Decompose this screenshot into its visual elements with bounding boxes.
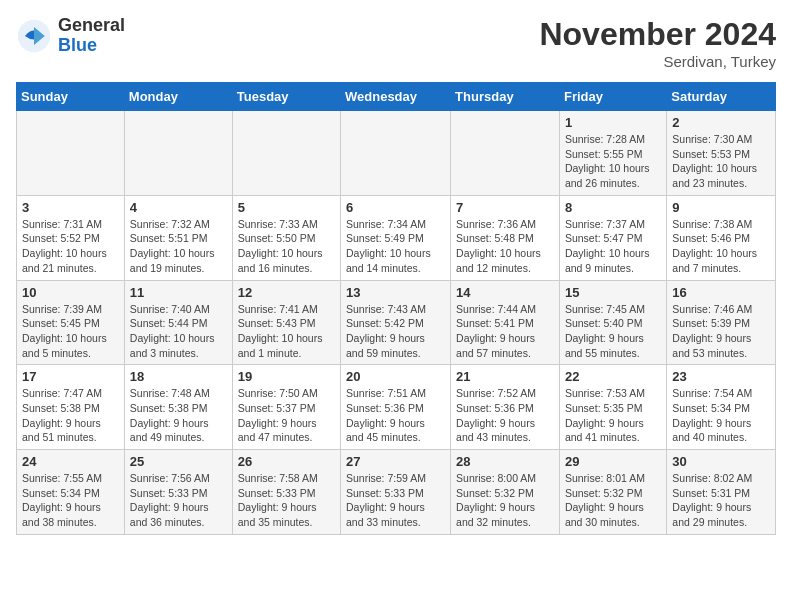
weekday-header-wednesday: Wednesday [341,83,451,111]
day-number: 14 [456,285,554,300]
calendar-cell: 4Sunrise: 7:32 AM Sunset: 5:51 PM Daylig… [124,195,232,280]
calendar-cell: 17Sunrise: 7:47 AM Sunset: 5:38 PM Dayli… [17,365,125,450]
logo-icon [16,18,52,54]
day-number: 23 [672,369,770,384]
day-info: Sunrise: 7:45 AM Sunset: 5:40 PM Dayligh… [565,302,661,361]
weekday-header-sunday: Sunday [17,83,125,111]
calendar-cell: 27Sunrise: 7:59 AM Sunset: 5:33 PM Dayli… [341,450,451,535]
weekday-header-thursday: Thursday [451,83,560,111]
day-info: Sunrise: 7:58 AM Sunset: 5:33 PM Dayligh… [238,471,335,530]
day-number: 11 [130,285,227,300]
calendar-cell: 26Sunrise: 7:58 AM Sunset: 5:33 PM Dayli… [232,450,340,535]
calendar-table: SundayMondayTuesdayWednesdayThursdayFrid… [16,82,776,535]
day-number: 24 [22,454,119,469]
title-block: November 2024 Serdivan, Turkey [539,16,776,70]
day-number: 22 [565,369,661,384]
calendar-week-row: 17Sunrise: 7:47 AM Sunset: 5:38 PM Dayli… [17,365,776,450]
calendar-cell: 30Sunrise: 8:02 AM Sunset: 5:31 PM Dayli… [667,450,776,535]
day-number: 17 [22,369,119,384]
day-info: Sunrise: 7:38 AM Sunset: 5:46 PM Dayligh… [672,217,770,276]
day-number: 18 [130,369,227,384]
calendar-cell: 16Sunrise: 7:46 AM Sunset: 5:39 PM Dayli… [667,280,776,365]
day-info: Sunrise: 7:40 AM Sunset: 5:44 PM Dayligh… [130,302,227,361]
weekday-header-monday: Monday [124,83,232,111]
calendar-cell: 20Sunrise: 7:51 AM Sunset: 5:36 PM Dayli… [341,365,451,450]
logo-text: General Blue [58,16,125,56]
calendar-cell: 3Sunrise: 7:31 AM Sunset: 5:52 PM Daylig… [17,195,125,280]
day-number: 1 [565,115,661,130]
calendar-cell: 14Sunrise: 7:44 AM Sunset: 5:41 PM Dayli… [451,280,560,365]
calendar-cell [451,111,560,196]
calendar-cell: 11Sunrise: 7:40 AM Sunset: 5:44 PM Dayli… [124,280,232,365]
calendar-cell: 5Sunrise: 7:33 AM Sunset: 5:50 PM Daylig… [232,195,340,280]
day-info: Sunrise: 7:31 AM Sunset: 5:52 PM Dayligh… [22,217,119,276]
day-info: Sunrise: 7:47 AM Sunset: 5:38 PM Dayligh… [22,386,119,445]
calendar-week-row: 10Sunrise: 7:39 AM Sunset: 5:45 PM Dayli… [17,280,776,365]
calendar-cell: 22Sunrise: 7:53 AM Sunset: 5:35 PM Dayli… [559,365,666,450]
day-info: Sunrise: 7:34 AM Sunset: 5:49 PM Dayligh… [346,217,445,276]
logo: General Blue [16,16,125,56]
day-info: Sunrise: 7:55 AM Sunset: 5:34 PM Dayligh… [22,471,119,530]
day-info: Sunrise: 7:56 AM Sunset: 5:33 PM Dayligh… [130,471,227,530]
day-number: 16 [672,285,770,300]
day-info: Sunrise: 7:28 AM Sunset: 5:55 PM Dayligh… [565,132,661,191]
calendar-week-row: 24Sunrise: 7:55 AM Sunset: 5:34 PM Dayli… [17,450,776,535]
day-info: Sunrise: 7:44 AM Sunset: 5:41 PM Dayligh… [456,302,554,361]
page-header: General Blue November 2024 Serdivan, Tur… [16,16,776,70]
day-number: 9 [672,200,770,215]
day-info: Sunrise: 7:39 AM Sunset: 5:45 PM Dayligh… [22,302,119,361]
day-number: 3 [22,200,119,215]
calendar-cell [17,111,125,196]
calendar-cell: 12Sunrise: 7:41 AM Sunset: 5:43 PM Dayli… [232,280,340,365]
day-info: Sunrise: 7:46 AM Sunset: 5:39 PM Dayligh… [672,302,770,361]
calendar-cell: 24Sunrise: 7:55 AM Sunset: 5:34 PM Dayli… [17,450,125,535]
calendar-cell: 23Sunrise: 7:54 AM Sunset: 5:34 PM Dayli… [667,365,776,450]
day-number: 7 [456,200,554,215]
day-info: Sunrise: 7:48 AM Sunset: 5:38 PM Dayligh… [130,386,227,445]
day-number: 30 [672,454,770,469]
day-info: Sunrise: 7:37 AM Sunset: 5:47 PM Dayligh… [565,217,661,276]
day-number: 25 [130,454,227,469]
day-info: Sunrise: 8:01 AM Sunset: 5:32 PM Dayligh… [565,471,661,530]
calendar-cell [341,111,451,196]
day-number: 10 [22,285,119,300]
day-info: Sunrise: 7:30 AM Sunset: 5:53 PM Dayligh… [672,132,770,191]
day-info: Sunrise: 8:02 AM Sunset: 5:31 PM Dayligh… [672,471,770,530]
day-number: 12 [238,285,335,300]
location: Serdivan, Turkey [539,53,776,70]
calendar-cell: 7Sunrise: 7:36 AM Sunset: 5:48 PM Daylig… [451,195,560,280]
weekday-header-friday: Friday [559,83,666,111]
day-info: Sunrise: 7:36 AM Sunset: 5:48 PM Dayligh… [456,217,554,276]
calendar-cell: 10Sunrise: 7:39 AM Sunset: 5:45 PM Dayli… [17,280,125,365]
day-number: 21 [456,369,554,384]
calendar-cell: 28Sunrise: 8:00 AM Sunset: 5:32 PM Dayli… [451,450,560,535]
day-info: Sunrise: 7:32 AM Sunset: 5:51 PM Dayligh… [130,217,227,276]
day-info: Sunrise: 7:59 AM Sunset: 5:33 PM Dayligh… [346,471,445,530]
weekday-header-tuesday: Tuesday [232,83,340,111]
month-title: November 2024 [539,16,776,53]
calendar-week-row: 3Sunrise: 7:31 AM Sunset: 5:52 PM Daylig… [17,195,776,280]
calendar-cell: 29Sunrise: 8:01 AM Sunset: 5:32 PM Dayli… [559,450,666,535]
day-number: 27 [346,454,445,469]
calendar-cell [232,111,340,196]
day-number: 26 [238,454,335,469]
calendar-cell: 19Sunrise: 7:50 AM Sunset: 5:37 PM Dayli… [232,365,340,450]
weekday-header-saturday: Saturday [667,83,776,111]
day-number: 2 [672,115,770,130]
calendar-cell [124,111,232,196]
day-number: 28 [456,454,554,469]
day-number: 13 [346,285,445,300]
day-info: Sunrise: 7:52 AM Sunset: 5:36 PM Dayligh… [456,386,554,445]
day-info: Sunrise: 7:41 AM Sunset: 5:43 PM Dayligh… [238,302,335,361]
day-info: Sunrise: 7:50 AM Sunset: 5:37 PM Dayligh… [238,386,335,445]
day-number: 20 [346,369,445,384]
day-info: Sunrise: 7:33 AM Sunset: 5:50 PM Dayligh… [238,217,335,276]
calendar-cell: 25Sunrise: 7:56 AM Sunset: 5:33 PM Dayli… [124,450,232,535]
calendar-cell: 9Sunrise: 7:38 AM Sunset: 5:46 PM Daylig… [667,195,776,280]
day-number: 19 [238,369,335,384]
calendar-cell: 1Sunrise: 7:28 AM Sunset: 5:55 PM Daylig… [559,111,666,196]
calendar-cell: 2Sunrise: 7:30 AM Sunset: 5:53 PM Daylig… [667,111,776,196]
weekday-header-row: SundayMondayTuesdayWednesdayThursdayFrid… [17,83,776,111]
day-number: 4 [130,200,227,215]
calendar-cell: 18Sunrise: 7:48 AM Sunset: 5:38 PM Dayli… [124,365,232,450]
